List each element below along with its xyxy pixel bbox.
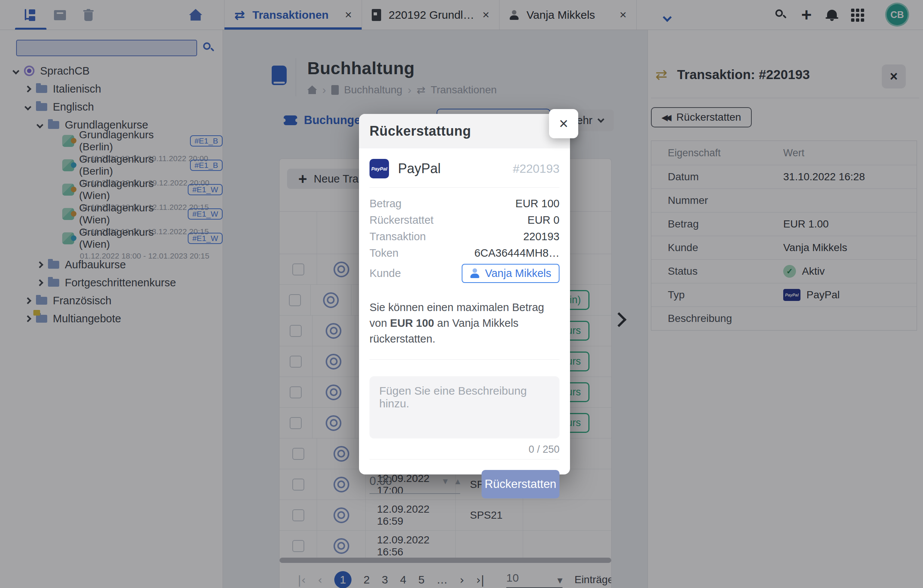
detail-value: 220193 — [523, 230, 560, 243]
refund-detail-transaktion: Transaktion220193 — [370, 228, 560, 245]
detail-value: 6CA36444MH8… — [475, 247, 560, 260]
detail-value: EUR 0 — [528, 214, 560, 227]
transaction-ref: #220193 — [512, 162, 560, 176]
amount-value: 0.00 — [370, 475, 392, 488]
divider — [370, 187, 560, 188]
refund-detail-token: Token6CA36444MH8… — [370, 245, 560, 261]
detail-label: Token — [370, 247, 398, 260]
application-window: ⇄Transaktionen×220192 Grundl…×Vanja Mikk… — [0, 0, 923, 588]
detail-value: EUR 100 — [515, 197, 560, 210]
refund-submit-button[interactable]: Rückerstatten — [481, 470, 560, 498]
divider — [370, 360, 560, 360]
divider — [370, 459, 560, 460]
refund-details: BetragEUR 100RückerstattetEUR 0Transakti… — [370, 195, 560, 285]
payment-method-name: PayPal — [398, 161, 441, 176]
description-textarea[interactable]: Fügen Sie eine Beschreibung hinzu. — [370, 376, 560, 439]
max-refund-info: Sie können einen maximalen Betrag von EU… — [370, 299, 560, 347]
refund-detail-kunde: KundeVanja Mikkels — [370, 261, 560, 285]
person-icon — [470, 268, 480, 278]
dialog-title: Rückerstattung — [359, 114, 570, 148]
refund-detail-betrag: BetragEUR 100 — [370, 195, 560, 212]
detail-label: Transaktion — [370, 230, 426, 243]
detail-label: Rückerstattet — [370, 214, 434, 227]
refund-dialog: × Rückerstattung PayPal PayPal #220193 B… — [359, 114, 570, 475]
dialog-close-button[interactable]: × — [549, 109, 578, 138]
customer-button[interactable]: Vanja Mikkels — [462, 264, 560, 283]
detail-label: Betrag — [370, 197, 401, 210]
payment-method-row: PayPal PayPal #220193 — [370, 159, 560, 178]
refund-amount-input[interactable]: 0.00 ▼ ▲ — [370, 475, 460, 494]
detail-label: Kunde — [370, 267, 401, 279]
refund-detail-rückerstattet: RückerstattetEUR 0 — [370, 212, 560, 228]
increment-icon[interactable]: ▲ — [455, 478, 460, 485]
decrement-icon[interactable]: ▼ — [443, 478, 448, 485]
paypal-logo-icon: PayPal — [370, 159, 389, 178]
customer-name: Vanja Mikkels — [485, 267, 551, 279]
char-counter: 0 / 250 — [370, 444, 560, 455]
